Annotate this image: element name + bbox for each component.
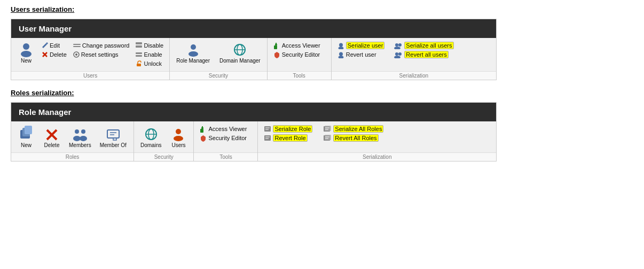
domains-btn[interactable]: Domains <box>138 126 163 149</box>
svg-rect-58 <box>325 126 331 131</box>
tools-section-roles: Access Viewer Security Editor Tools <box>194 121 258 161</box>
security-roles-footer-label: Security <box>134 152 193 161</box>
svg-rect-9 <box>136 45 142 48</box>
svg-rect-54 <box>264 135 271 141</box>
svg-point-36 <box>75 129 79 134</box>
users-serialization-title: Users serialization: <box>11 5 633 13</box>
svg-rect-33 <box>25 126 32 134</box>
revert-all-users-btn[interactable]: Revert all users <box>392 50 455 59</box>
disable-btn[interactable]: Disable <box>134 41 165 50</box>
serialize-role-btn[interactable]: Serialize Role <box>262 125 314 133</box>
users-section: New Edit Delete <box>11 38 170 80</box>
serialize-all-users-btn[interactable]: Serialize all users <box>392 41 455 50</box>
domain-manager-btn[interactable]: Domain Manager <box>217 41 263 65</box>
roles-footer-label: Roles <box>11 152 133 161</box>
revert-role-btn[interactable]: Revert Role <box>262 134 314 142</box>
svg-point-13 <box>191 44 196 50</box>
new-role-btn[interactable]: New <box>15 125 37 149</box>
new-user-btn[interactable]: New <box>15 41 37 65</box>
user-manager-header-v2: User Manager <box>11 19 496 38</box>
security-section-roles: Domains Users Security <box>134 121 194 161</box>
svg-point-38 <box>73 136 81 141</box>
svg-point-28 <box>395 52 398 56</box>
user-manager-row: New Edit Delete <box>11 38 496 80</box>
delete-role-btn[interactable]: Delete <box>41 127 62 149</box>
user-manager-toolbar-v2: User Manager New Edit Delete <box>11 19 497 80</box>
svg-point-29 <box>398 52 402 56</box>
svg-rect-20 <box>276 43 277 44</box>
svg-rect-49 <box>201 127 203 129</box>
tools-footer-label: Tools <box>268 71 331 80</box>
svg-rect-19 <box>275 44 277 45</box>
revert-user-btn[interactable]: Revert user <box>336 50 387 59</box>
tools-section: Access Viewer Security Editor Tools <box>268 38 332 80</box>
svg-point-0 <box>23 43 29 50</box>
roles-section: New Delete Members Member Of Roles <box>11 121 134 161</box>
member-of-btn[interactable]: Member Of <box>98 127 129 149</box>
access-viewer-btn[interactable]: Access Viewer <box>272 41 322 50</box>
svg-point-23 <box>339 52 343 56</box>
svg-point-25 <box>395 43 398 47</box>
security-editor-roles-btn[interactable]: Security Editor <box>198 134 248 142</box>
serialization-section: Serialize user Revert user Serialize all… <box>332 38 496 80</box>
change-password-btn[interactable]: Change password <box>72 41 131 50</box>
users-footer-label: Users <box>11 71 169 80</box>
svg-rect-11 <box>136 55 142 57</box>
svg-point-46 <box>176 129 181 134</box>
security-footer-label: Security <box>170 71 267 80</box>
svg-point-22 <box>338 47 343 49</box>
svg-point-27 <box>394 47 400 49</box>
role-manager-btn[interactable]: Role Manager <box>174 41 212 65</box>
unlock-btn[interactable]: Unlock <box>134 59 165 68</box>
svg-rect-62 <box>325 135 331 140</box>
svg-point-14 <box>189 51 198 57</box>
security-editor-btn[interactable]: Security Editor <box>272 50 322 59</box>
svg-point-47 <box>174 136 183 141</box>
serialize-user-btn[interactable]: Serialize user <box>336 41 387 50</box>
security-section: Role Manager Domain Manager Security <box>170 38 268 80</box>
svg-point-7 <box>75 53 77 56</box>
reset-settings-btn[interactable]: Reset settings <box>72 50 131 59</box>
serialize-all-roles-btn[interactable]: Serialize All Roles <box>321 125 385 133</box>
svg-point-21 <box>339 43 343 47</box>
access-viewer-roles-btn[interactable]: Access Viewer <box>198 125 248 133</box>
enable-btn[interactable]: Enable <box>134 50 165 59</box>
svg-rect-5 <box>73 46 81 47</box>
svg-rect-12 <box>137 64 141 66</box>
svg-point-39 <box>80 136 87 141</box>
serialization-roles-footer-label: Serialization <box>258 152 496 161</box>
tools-roles-footer-label: Tools <box>194 152 257 161</box>
svg-rect-8 <box>136 42 142 44</box>
svg-rect-48 <box>200 129 203 133</box>
svg-rect-18 <box>274 45 277 49</box>
role-manager-row: New Delete Members Member Of Roles <box>11 121 496 161</box>
svg-point-26 <box>398 43 402 47</box>
svg-rect-51 <box>264 126 271 132</box>
svg-point-30 <box>394 56 400 58</box>
svg-rect-10 <box>136 52 142 54</box>
users-role-btn[interactable]: Users <box>168 126 189 149</box>
edit-btn[interactable]: Edit <box>40 41 68 50</box>
members-btn[interactable]: Members <box>67 127 93 149</box>
svg-point-24 <box>338 56 343 58</box>
role-manager-toolbar: Role Manager New Delete <box>11 102 497 162</box>
delete-btn[interactable]: Delete <box>40 50 68 59</box>
roles-serialization-title: Roles serialization: <box>11 89 633 97</box>
svg-point-1 <box>21 51 32 57</box>
role-manager-header: Role Manager <box>11 103 496 121</box>
svg-rect-50 <box>202 126 203 127</box>
svg-point-37 <box>81 129 85 134</box>
svg-rect-40 <box>107 130 119 138</box>
revert-all-roles-btn[interactable]: Revert All Roles <box>321 134 385 142</box>
serialization-section-roles: Serialize Role Revert Role Serialize All… <box>258 121 496 161</box>
svg-rect-4 <box>73 44 81 45</box>
serialization-footer-label: Serialization <box>332 71 496 80</box>
